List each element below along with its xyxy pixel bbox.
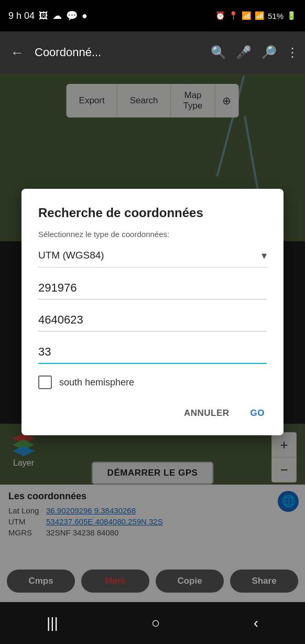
more-icon[interactable]: ⋮ <box>286 45 299 60</box>
mic-icon[interactable]: 🎤 <box>236 45 252 60</box>
photo-icon: 🖼 <box>39 10 48 22</box>
dot-icon: ● <box>82 10 88 22</box>
nav-home-icon[interactable]: ○ <box>145 608 167 638</box>
location-icon: 📍 <box>228 11 238 20</box>
nav-back-icon[interactable]: ‹ <box>247 608 265 638</box>
status-right: ⏰ 📍 📶 📶 51% 🔋 <box>215 11 297 20</box>
coord-type-dropdown[interactable]: UTM (WGS84) ▾ <box>38 244 267 267</box>
dialog-title: Recherche de coordonnées <box>38 206 267 220</box>
toolbar-icons: 🔍 🎤 🔎 ⋮ <box>211 45 299 60</box>
alarm-icon: ⏰ <box>215 11 225 20</box>
coord-field-2[interactable] <box>38 309 267 331</box>
battery-icon: 🔋 <box>287 11 297 20</box>
cancel-button[interactable]: ANNULER <box>182 404 232 423</box>
coord-type-value: UTM (WGS84) <box>38 250 104 261</box>
status-bar: 9 h 04 🖼 ☁ 💬 ● ⏰ 📍 📶 📶 51% 🔋 <box>0 0 305 31</box>
cloud-icon: ☁ <box>52 10 62 22</box>
south-hemisphere-label: south hemisphere <box>59 377 134 388</box>
south-hemisphere-row: south hemisphere <box>38 375 267 389</box>
back-button[interactable]: ← <box>6 40 28 65</box>
nav-bar: ||| ○ ‹ <box>0 602 305 644</box>
dialog-overlay: Recherche de coordonnées Sélectionnez le… <box>0 73 305 644</box>
search-icon[interactable]: 🔍 <box>211 45 226 60</box>
go-button[interactable]: GO <box>248 404 267 423</box>
dropdown-arrow-icon: ▾ <box>262 249 267 262</box>
south-hemisphere-checkbox[interactable] <box>38 375 52 389</box>
wifi-icon: 📶 <box>242 11 252 20</box>
dialog-subtitle: Sélectionnez le type de coordonnées: <box>38 230 267 239</box>
status-time: 9 h 04 <box>8 10 35 22</box>
battery-text: 51% <box>268 12 284 20</box>
status-left: 9 h 04 🖼 ☁ 💬 ● <box>8 10 88 22</box>
coord-field-3[interactable] <box>38 341 267 364</box>
zoom-icon[interactable]: 🔎 <box>261 45 277 60</box>
toolbar-title: Coordonné... <box>35 46 204 59</box>
dialog-actions: ANNULER GO <box>38 404 267 423</box>
coord-field-1[interactable] <box>38 277 267 299</box>
signal-icon: 📶 <box>255 11 265 20</box>
nav-recent-icon[interactable]: ||| <box>40 608 64 638</box>
search-dialog: Recherche de coordonnées Sélectionnez le… <box>21 189 284 435</box>
app-toolbar: ← Coordonné... 🔍 🎤 🔎 ⋮ <box>0 31 305 73</box>
message-icon: 💬 <box>66 10 78 22</box>
